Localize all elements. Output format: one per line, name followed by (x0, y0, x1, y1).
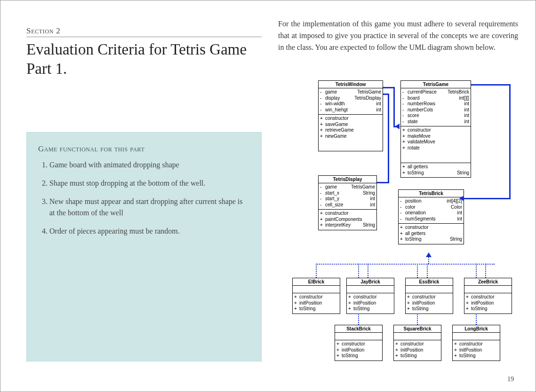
uml-class-tetrisbrick: TetrisBrick -positionint[4][2]-colorColo… (398, 189, 464, 244)
uml-member: +toString (454, 353, 498, 359)
uml-member: +initPosition (336, 347, 381, 353)
uml-member: +toString (348, 306, 392, 312)
uml-diagram: TetrisWindow -gameTetrisGame-displayTetr… (278, 77, 523, 368)
functional-list: Game board with animated dropping shape … (38, 159, 250, 236)
uml-member: +retrieveGame (320, 127, 381, 133)
uml-member: +constructor (336, 341, 381, 347)
uml-class-jaybrick: JayBrick +constructor+initPosition+toStr… (346, 278, 394, 314)
uml-member: +constructor (400, 225, 462, 231)
uml-member: +initPosition (454, 347, 498, 353)
uml-class-name: StackBrick (335, 325, 382, 333)
uml-member: +interpretKeyString (320, 222, 375, 228)
uml-class-name: TetrisGame (401, 81, 471, 88)
uml-member: +makeMove (402, 133, 469, 140)
uml-member: +constructor (402, 127, 469, 133)
uml-member: +initPosition (348, 300, 392, 306)
functional-panel: Game functional for this part Game board… (26, 132, 262, 361)
functional-item: Order of pieces appearing must be random… (49, 226, 250, 236)
uml-class-name: ElBrick (293, 278, 340, 286)
uml-member: +constructor (294, 294, 338, 300)
uml-class-elbrick: ElBrick +constructor+initPosition+toStri… (292, 278, 340, 314)
uml-member: +constructor (320, 116, 381, 122)
uml-member: +rotate (402, 145, 469, 151)
uml-class-name: TetrisWindow (319, 81, 383, 88)
uml-member: -gameTetrisGame (320, 184, 375, 190)
uml-class-name: LongBrick (453, 325, 500, 333)
uml-member: -boardint[][] (402, 95, 469, 102)
uml-member: -gameTetrisGame (320, 89, 381, 95)
uml-member: +all getters (402, 164, 469, 170)
uml-member: -numberRowsint (402, 101, 469, 107)
uml-class-name: TetrisDisplay (319, 176, 376, 183)
panel-heading: Game functional for this part (38, 144, 250, 154)
uml-member: -displayTetrisDisplay (320, 95, 381, 102)
page-number: 19 (507, 376, 514, 383)
uml-member: +constructor (320, 211, 375, 217)
uml-member: -cell_sizeint (320, 202, 375, 208)
page-title: Evaluation Criteria for Tetris Game Part… (26, 40, 262, 79)
uml-member: -start_yint (320, 196, 375, 202)
uml-member: +initPosition (407, 300, 451, 306)
uml-class-squarebrick: SquareBrick +constructor+initPosition+to… (393, 325, 441, 361)
uml-member: +all getters (400, 231, 462, 237)
uml-class-zeebrick: ZeeBrick +constructor+initPosition+toStr… (464, 278, 512, 314)
uml-member: +validateMove (402, 139, 469, 145)
uml-member: +toString (395, 353, 440, 359)
uml-class-essbrick: EssBrick +constructor+initPosition+toStr… (405, 278, 453, 314)
uml-member: +constructor (407, 294, 451, 300)
uml-class-name: JayBrick (347, 278, 394, 286)
uml-class-name: ZeeBrick (464, 278, 512, 286)
uml-class-tetriswindow: TetrisWindow -gameTetrisGame-displayTetr… (318, 80, 383, 151)
uml-member: +constructor (395, 341, 440, 347)
uml-member: +constructor (348, 294, 392, 300)
functional-item: Shape must stop dropping at the bottom o… (49, 178, 250, 188)
uml-member: +toString (407, 306, 451, 312)
uml-member: +saveGame (320, 122, 381, 128)
uml-member: +toString (466, 306, 510, 312)
uml-member: +constructor (466, 294, 510, 300)
uml-member: -numberColsint (402, 107, 469, 113)
uml-member: -colorColor (400, 204, 462, 211)
uml-member: +toStringString (402, 170, 469, 176)
right-column: For the implementation of this game you … (278, 18, 518, 60)
uml-member: +paintComponents (320, 217, 375, 223)
uml-member: +newGame (320, 133, 381, 140)
uml-member: -win_hiehgtint (320, 107, 381, 113)
uml-member: -positionint[4][2] (400, 198, 462, 204)
uml-class-name: EssBrick (406, 278, 453, 286)
uml-member: -orienationint (400, 210, 462, 216)
functional-item: Game board with animated dropping shape (49, 159, 250, 170)
section-label: Section 2 (26, 26, 262, 37)
uml-member: +toString (294, 306, 338, 312)
uml-member: -win-widthint (320, 101, 381, 107)
uml-member: +constructor (454, 341, 498, 347)
intro-paragraph: For the implementation of this game you … (278, 18, 518, 53)
document-page: Section 2 Evaluation Criteria for Tetris… (0, 0, 536, 392)
uml-member: +initPosition (294, 300, 338, 306)
uml-class-stackbrick: StackBrick +constructor+initPosition+toS… (335, 325, 383, 361)
uml-class-name: TetrisBrick (399, 190, 464, 197)
uml-member: -currentPieaceTetrisBrick (402, 89, 469, 95)
uml-member: +toString (336, 353, 381, 359)
functional-item: New shape must appear and start dropping… (49, 196, 250, 218)
uml-member: -start_xString (320, 190, 375, 196)
uml-member: -scoreint (402, 113, 469, 119)
uml-member: +initPosition (395, 347, 440, 353)
left-column: Section 2 Evaluation Criteria for Tetris… (26, 26, 262, 79)
uml-class-tetrisgame: TetrisGame -currentPieaceTetrisBrick-boa… (400, 80, 471, 178)
uml-class-longbrick: LongBrick +constructor+initPosition+toSt… (452, 325, 500, 361)
uml-member: -stateint (402, 119, 469, 125)
uml-member: +initPosition (466, 300, 510, 306)
uml-member: +toStringString (400, 236, 462, 243)
uml-class-name: SquareBrick (394, 325, 441, 333)
uml-member: -numSegmentsint (400, 216, 462, 222)
uml-class-tetrisdisplay: TetrisDisplay -gameTetrisGame-start_xStr… (318, 175, 377, 230)
